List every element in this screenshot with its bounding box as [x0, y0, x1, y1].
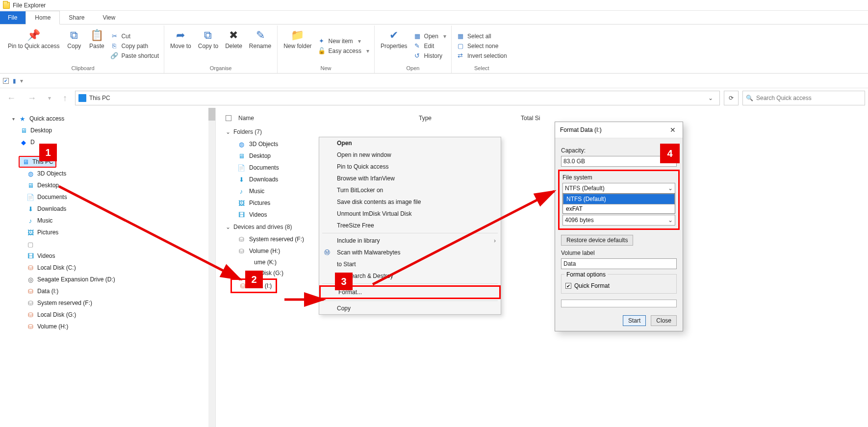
- tree-seagate[interactable]: ◎Seagate Expansion Drive (D:): [6, 274, 215, 285]
- copy-button[interactable]: ⧉Copy: [63, 26, 85, 65]
- search-input[interactable]: [756, 95, 862, 101]
- tree-sysreserved[interactable]: ⛁System reserved (F:): [6, 297, 215, 309]
- ctx-label: to Start: [337, 261, 356, 268]
- select-all-button[interactable]: ▦Select all: [455, 31, 509, 41]
- tab-home[interactable]: Home: [26, 11, 60, 25]
- quickbar-view-icon[interactable]: ▮: [13, 77, 16, 84]
- item-label: Volume (H:): [249, 248, 280, 254]
- history-label: History: [424, 52, 442, 59]
- tree-pictures[interactable]: 🖼Pictures: [6, 226, 215, 238]
- tree-desktop2[interactable]: 🖥Desktop: [6, 179, 215, 191]
- select-none-button[interactable]: ▢Select none: [455, 41, 509, 51]
- paste-shortcut-button[interactable]: 🔗Paste shortcut: [108, 51, 161, 61]
- tree-music[interactable]: ♪Music: [6, 215, 215, 226]
- ctx-pin-quick-access[interactable]: Pin to Quick access: [319, 161, 501, 173]
- quickbar-check[interactable]: ✔: [3, 78, 9, 84]
- item-label: Desktop: [249, 152, 271, 159]
- tree-scrollbar[interactable]: [208, 108, 215, 427]
- tree-dropbox[interactable]: ◆D: [6, 136, 215, 148]
- move-to-button[interactable]: ➦Move to: [167, 26, 194, 65]
- new-folder-button[interactable]: 📁New folder: [281, 26, 314, 65]
- address-bar[interactable]: This PC ⌄: [75, 91, 720, 105]
- capacity-select[interactable]: 83.0 GB⌄: [561, 156, 677, 167]
- ctx-pin-start[interactable]: to Start: [319, 258, 501, 270]
- quickbar-dropdown[interactable]: ▾: [20, 77, 23, 84]
- ctx-copy[interactable]: Copy: [319, 302, 501, 314]
- item-label: Music: [249, 188, 264, 195]
- nav-up[interactable]: ↑: [59, 91, 71, 105]
- tree-localdisk-c[interactable]: ⛁Local Disk (C:): [6, 262, 215, 274]
- content-scrollbar[interactable]: [682, 108, 689, 368]
- easy-access-button[interactable]: 🔓Easy access▾: [316, 46, 371, 56]
- ctx-save-disk[interactable]: Save disk contents as image file: [319, 196, 501, 208]
- delete-icon: ✖: [226, 28, 241, 42]
- fs-option-ntfs[interactable]: NTFS (Default): [563, 194, 675, 204]
- ctx-include-library[interactable]: Include in library›: [319, 235, 501, 247]
- tree-desktop[interactable]: 🖥Desktop: [6, 125, 215, 136]
- edit-button[interactable]: ✎Edit: [411, 41, 448, 51]
- ctx-irfanview[interactable]: Browse with IrfanView: [319, 173, 501, 184]
- col-type[interactable]: Type: [419, 115, 517, 122]
- close-button[interactable]: Close: [651, 315, 677, 326]
- tab-file[interactable]: File: [0, 11, 26, 24]
- properties-button[interactable]: ✔Properties: [378, 26, 410, 65]
- fs-option-exfat[interactable]: exFAT: [563, 204, 675, 213]
- tree-data-i[interactable]: ⛁Data (I:): [6, 285, 215, 297]
- address-dropdown[interactable]: ⌄: [705, 95, 716, 101]
- ctx-open[interactable]: Open: [319, 137, 501, 149]
- tab-view[interactable]: View: [94, 11, 125, 24]
- ctx-label: Open: [337, 140, 352, 147]
- allocation-select[interactable]: 4096 bytes⌄: [562, 215, 675, 226]
- tree-downloads[interactable]: ⬇Downloads: [6, 203, 215, 215]
- search-box[interactable]: 🔍: [742, 91, 865, 105]
- tree-item-label: Downloads: [37, 205, 66, 212]
- quick-format-check[interactable]: ✔Quick Format: [565, 282, 672, 289]
- filesystem-label: File system: [562, 174, 675, 181]
- ctx-malwarebytes[interactable]: ⓂScan with Malwarebytes: [319, 247, 501, 258]
- tree-volume-h[interactable]: ⛁Volume (H:): [6, 321, 215, 332]
- tree-quick-access[interactable]: ▾★Quick access: [6, 113, 215, 125]
- ctx-unmount[interactable]: Unmount ImDisk Virtual Disk: [319, 208, 501, 220]
- restore-defaults-button[interactable]: Restore device defaults: [561, 235, 633, 246]
- delete-button[interactable]: ✖Delete: [222, 26, 245, 65]
- ctx-treesize[interactable]: TreeSize Free: [319, 220, 501, 231]
- format-options-title: Format options: [564, 271, 608, 278]
- scrollbar-thumb[interactable]: [208, 108, 215, 121]
- dialog-titlebar[interactable]: Format Data (I:) ✕: [555, 122, 683, 138]
- tab-share[interactable]: Share: [60, 11, 94, 24]
- rename-button[interactable]: ✎Rename: [246, 26, 274, 65]
- col-size[interactable]: Total Si: [521, 115, 570, 122]
- ctx-label: Scan with Malwarebytes: [337, 249, 400, 256]
- nav-forward[interactable]: →: [24, 91, 40, 105]
- volume-label-input[interactable]: Data: [561, 258, 677, 269]
- pin-quick-access-button[interactable]: 📌Pin to Quick access: [5, 26, 62, 65]
- open-button[interactable]: ▦Open▾: [411, 31, 448, 41]
- ctx-open-new-window[interactable]: Open in new window: [319, 149, 501, 161]
- filesystem-select[interactable]: NTFS (Default)⌄: [562, 183, 675, 194]
- ctx-bitlocker[interactable]: Turn BitLocker on: [319, 184, 501, 196]
- close-icon[interactable]: ✕: [668, 126, 678, 134]
- select-all-check[interactable]: [226, 115, 231, 121]
- chevron-down-icon: ⌄: [668, 185, 673, 192]
- tree-documents[interactable]: 📄Documents: [6, 191, 215, 203]
- refresh-button[interactable]: ⟳: [724, 91, 739, 105]
- tree-localdisk-g[interactable]: ⛁Local Disk (G:): [6, 309, 215, 321]
- start-button[interactable]: Start: [623, 315, 646, 326]
- desktop-icon: 🖥: [237, 152, 245, 160]
- new-item-button[interactable]: ✦New item▾: [316, 36, 371, 46]
- tree-unknown[interactable]: ▢: [6, 238, 215, 250]
- invert-label: Invert selection: [467, 52, 507, 59]
- tree-3d-objects[interactable]: ◍3D Objects: [6, 168, 215, 179]
- tree-videos[interactable]: 🎞Videos: [6, 250, 215, 262]
- history-button[interactable]: ↺History: [411, 51, 448, 61]
- nav-back[interactable]: ←: [3, 91, 20, 105]
- nav-recent[interactable]: ▾: [44, 93, 55, 103]
- cut-button[interactable]: ✂Cut: [108, 31, 161, 41]
- copy-path-button[interactable]: ⎘Copy path: [108, 41, 161, 51]
- copy-label: Copy: [67, 43, 81, 50]
- pasteshortcut-icon: 🔗: [110, 52, 118, 60]
- copy-to-button[interactable]: ⧉Copy to: [195, 26, 221, 65]
- paste-button[interactable]: 📋Paste: [86, 26, 107, 65]
- invert-selection-button[interactable]: ⇄Invert selection: [455, 51, 509, 61]
- col-name[interactable]: Name: [238, 115, 415, 122]
